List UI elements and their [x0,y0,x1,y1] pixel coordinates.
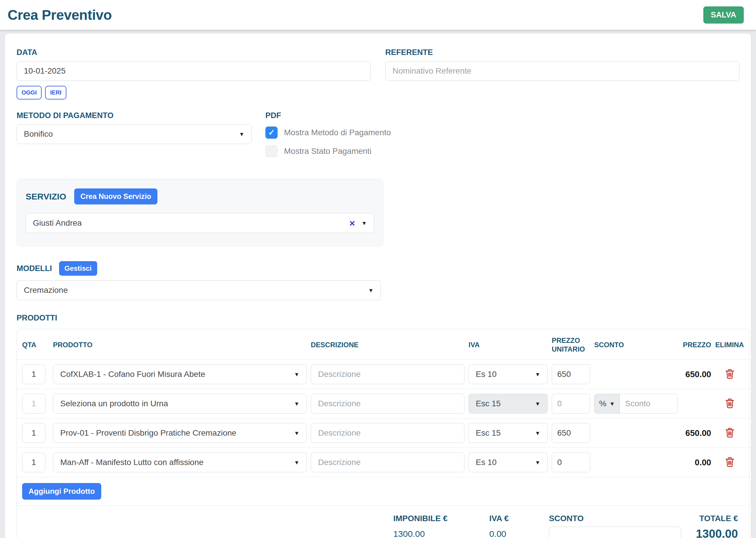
descrizione-input[interactable] [311,364,464,384]
ieri-button[interactable]: IERI [45,86,66,99]
imponibile-block: IMPONIBILE € 1300.00 [393,514,489,538]
iva-select-value: Es 10 [476,370,497,379]
percent-select-value: % [599,399,607,408]
products-table: QTA PRODOTTO DESCRIZIONE IVA PREZZO UNIT… [17,329,750,538]
pdf-stato-checkbox[interactable] [265,145,278,157]
iva-select-value: Esc 15 [476,399,501,408]
prodotto-select[interactable]: CofXLAB-1 - Cofano Fuori Misura Abete ▼ [53,364,307,384]
pdf-stato-option: Mostra Stato Pagamenti [265,145,391,157]
prezzo-unitario-input[interactable] [552,423,590,443]
servizio-label: SERVIZIO [26,191,66,201]
header-prezzo-unitario: PREZZO UNITARIO [552,336,590,353]
prezzo-unitario-input[interactable] [552,364,590,384]
servizio-select[interactable]: Giusti Andrea × ▼ [26,213,374,233]
modelli-group: MODELLI Gestisci Cremazione ▼ [17,261,739,300]
metodo-select[interactable]: Bonifico ▼ [17,124,252,144]
prezzo-value: 0.00 [681,458,711,467]
data-label: DATA [17,48,371,57]
sconto-totale-input[interactable] [549,527,681,538]
topbar: Crea Preventivo SALVA [0,0,756,30]
referente-input[interactable] [385,61,739,81]
header-qta: QTA [22,341,49,349]
delete-button[interactable] [724,368,736,381]
check-icon: ✓ [268,128,275,137]
prezzo-unitario-input[interactable] [552,394,590,413]
prodotti-label: PRODOTTI [17,313,739,323]
qta-input[interactable] [22,453,45,472]
iva-select[interactable]: Esc 15 ▼ [469,394,548,413]
header-prodotto: PRODOTTO [53,341,307,349]
servizio-panel: SERVIZIO Crea Nuovo Servizio Giusti Andr… [17,179,383,246]
chevron-down-icon: ▼ [535,430,540,436]
chevron-down-icon: ▼ [368,288,374,293]
trash-icon [724,464,736,469]
totals-row: IMPONIBILE € 1300.00 IVA € 0.00 SCONTO T… [17,506,750,538]
delete-button[interactable] [724,398,736,410]
data-input[interactable] [17,61,371,81]
qta-input[interactable] [22,364,45,384]
iva-select[interactable]: Es 10 ▼ [469,453,548,472]
prodotto-select-value: Seleziona un prodotto in Urna [60,399,168,408]
metodo-label: METODO DI PAGAMENTO [17,111,265,120]
percent-select[interactable]: % ▼ [594,394,620,413]
prezzo-unitario-input[interactable] [552,453,590,472]
iva-total-label: IVA € [489,514,549,523]
header-descrizione: DESCRIZIONE [311,341,464,349]
delete-button[interactable] [724,456,736,469]
delete-button[interactable] [724,427,736,439]
descrizione-input[interactable] [311,453,464,472]
prodotto-select[interactable]: Man-Aff - Manifesto Lutto con affissione… [53,453,307,472]
iva-select-value: Esc 15 [476,428,501,438]
save-button[interactable]: SALVA [703,6,744,24]
iva-total-value: 0.00 [489,529,549,538]
header-iva: IVA [469,341,548,349]
prodotto-select-value: CofXLAB-1 - Cofano Fuori Misura Abete [60,370,205,379]
sconto-total-label: SCONTO [549,514,696,523]
header-prezzo: PREZZO [681,341,711,349]
page-title: Crea Preventivo [8,7,112,23]
prezzo-value: 650.00 [681,370,711,379]
chevron-down-icon: ▼ [361,220,367,226]
prodotto-select[interactable]: Prov-01 - Proventi Disbrigo Pratiche Cre… [53,423,307,443]
metodo-field-group: METODO DI PAGAMENTO Bonifico ▼ [17,111,265,157]
gestisci-button[interactable]: Gestisci [59,261,97,276]
iva-select[interactable]: Es 10 ▼ [469,364,548,384]
totale-block: TOTALE € 1300.00 [696,514,738,538]
aggiungi-prodotto-button[interactable]: Aggiungi Prodotto [22,483,101,500]
oggi-button[interactable]: OGGI [17,86,42,99]
chevron-down-icon: ▼ [535,401,540,406]
descrizione-input[interactable] [311,423,464,443]
pdf-metodo-option: ✓ Mostra Metodo di Pagamento [265,127,391,139]
chevron-down-icon: ▼ [535,372,540,377]
imponibile-label: IMPONIBILE € [393,514,489,523]
table-row: Prov-01 - Proventi Disbrigo Pratiche Cre… [17,418,750,448]
qta-input[interactable] [22,394,45,413]
table-row: CofXLAB-1 - Cofano Fuori Misura Abete ▼ … [17,360,750,389]
totale-value: 1300.00 [696,527,738,538]
iva-total-block: IVA € 0.00 [489,514,549,538]
table-header-row: QTA PRODOTTO DESCRIZIONE IVA PREZZO UNIT… [17,329,750,360]
iva-select[interactable]: Esc 15 ▼ [469,423,548,443]
crea-nuovo-servizio-button[interactable]: Crea Nuovo Servizio [74,188,157,204]
modelli-select-value: Cremazione [24,286,68,295]
sconto-total-block: SCONTO [549,514,696,538]
table-row: Man-Aff - Manifesto Lutto con affissione… [17,448,750,477]
pdf-label: PDF [265,111,391,120]
trash-icon [724,376,736,381]
chevron-down-icon: ▼ [294,372,299,377]
pdf-options-group: PDF ✓ Mostra Metodo di Pagamento Mostra … [265,111,391,157]
chevron-down-icon: ▼ [609,401,615,406]
modelli-select[interactable]: Cremazione ▼ [17,280,381,300]
pdf-metodo-checkbox[interactable]: ✓ [265,127,278,139]
modelli-label: MODELLI [17,264,52,273]
prodotto-select[interactable]: Seleziona un prodotto in Urna ▼ [53,394,307,413]
chevron-down-icon: ▼ [294,430,299,436]
descrizione-input[interactable] [311,394,464,413]
data-field-group: DATA OGGI IERI [17,48,371,99]
header-sconto: SCONTO [594,341,677,349]
sconto-input[interactable] [620,394,677,413]
trash-icon [724,435,736,439]
qta-input[interactable] [22,423,45,443]
clear-icon[interactable]: × [349,218,355,228]
pdf-stato-label: Mostra Stato Pagamenti [284,146,371,156]
